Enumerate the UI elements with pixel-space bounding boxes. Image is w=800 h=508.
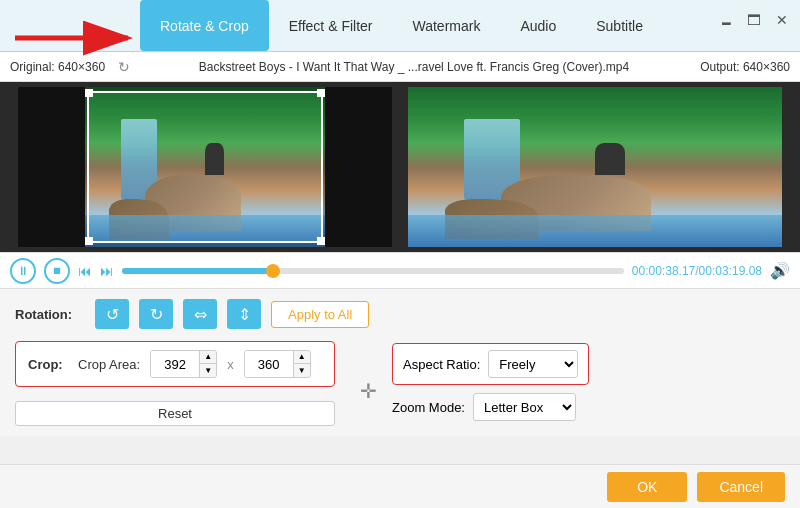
- controls-area: Rotation: ↺ ↻ ⇔ ⇕ Apply to All: [0, 288, 800, 436]
- left-preview-panel: [18, 87, 392, 247]
- dimension-x-symbol: x: [227, 357, 234, 372]
- seek-bar[interactable]: [122, 268, 624, 274]
- ok-button[interactable]: OK: [607, 472, 687, 502]
- original-resolution: Original: 640×360: [10, 60, 110, 74]
- pause-icon: ⏸: [17, 264, 29, 278]
- right-video: [408, 87, 782, 247]
- aspect-ratio-select[interactable]: Freely 16:9 4:3 1:1 9:16: [488, 350, 578, 378]
- tab-watermark[interactable]: Watermark: [393, 0, 501, 51]
- skip-back-button[interactable]: ⏮: [78, 263, 92, 279]
- crop-width-down[interactable]: ▼: [200, 364, 216, 377]
- move-icon[interactable]: ✛: [360, 379, 377, 403]
- filename: Backstreet Boys - I Want It That Way _ .…: [138, 60, 690, 74]
- right-preview-panel: [408, 87, 782, 247]
- preview-area: [0, 82, 800, 252]
- water-pool2: [408, 215, 782, 247]
- flip-horizontal-button[interactable]: ⇔: [183, 299, 217, 329]
- aspect-ratio-label: Aspect Ratio:: [403, 357, 480, 372]
- flip-vertical-button[interactable]: ⇕: [227, 299, 261, 329]
- tab-effect-filter[interactable]: Effect & Filter: [269, 0, 393, 51]
- crop-height-spinners: ▲ ▼: [293, 351, 310, 377]
- person2: [595, 143, 625, 175]
- crop-width-up[interactable]: ▲: [200, 351, 216, 364]
- zoom-mode-select[interactable]: Letter Box Pan & Scan Full: [473, 393, 576, 421]
- window-controls: 🗕 🗖 ✕: [716, 10, 792, 30]
- seek-track: [122, 268, 273, 274]
- left-black-bar: [18, 87, 85, 247]
- close-button[interactable]: ✕: [772, 10, 792, 30]
- tab-rotate-crop[interactable]: Rotate & Crop: [140, 0, 269, 51]
- maximize-button[interactable]: 🗖: [744, 10, 764, 30]
- tab-subtitle[interactable]: Subtitle: [576, 0, 663, 51]
- crop-width-input-group: ▲ ▼: [150, 350, 217, 378]
- cancel-button[interactable]: Cancel: [697, 472, 785, 502]
- volume-icon[interactable]: 🔊: [770, 261, 790, 280]
- left-video: [18, 87, 392, 247]
- stop-button[interactable]: ⏹: [44, 258, 70, 284]
- tab-audio[interactable]: Audio: [500, 0, 576, 51]
- crop-box[interactable]: [87, 91, 323, 243]
- controls-inner: Rotation: ↺ ↻ ⇔ ⇕ Apply to All: [15, 299, 785, 426]
- pause-button[interactable]: ⏸: [10, 258, 36, 284]
- crop-handle-topright[interactable]: [317, 89, 325, 97]
- rotate-left-icon: ↺: [106, 305, 119, 324]
- rotate-right-icon: ↻: [150, 305, 163, 324]
- right-video-scene: [408, 87, 782, 247]
- red-arrow-indicator: [10, 20, 140, 59]
- left-video-scene: [85, 87, 325, 247]
- rotation-label: Rotation:: [15, 307, 85, 322]
- rotate-left-button[interactable]: ↺: [95, 299, 129, 329]
- move-icon-container: ✛: [350, 341, 377, 403]
- crop-height-input[interactable]: [245, 351, 293, 377]
- output-resolution: Output: 640×360: [690, 60, 790, 74]
- left-video-content: [85, 87, 325, 247]
- seek-thumb[interactable]: [266, 264, 280, 278]
- left-controls: Rotation: ↺ ↻ ⇔ ⇕ Apply to All: [15, 299, 785, 426]
- crop-row: Crop: Crop Area: ▲ ▼ x: [15, 341, 335, 387]
- crop-handle-bottomright[interactable]: [317, 237, 325, 245]
- current-time: 00:00:38.17: [632, 264, 695, 278]
- zoom-mode-group: Zoom Mode: Letter Box Pan & Scan Full: [392, 393, 589, 421]
- crop-area-label: Crop Area:: [78, 357, 140, 372]
- crop-height-down[interactable]: ▼: [294, 364, 310, 377]
- stop-icon: ⏹: [52, 265, 62, 276]
- aspect-ratio-box: Aspect Ratio: Freely 16:9 4:3 1:1 9:16: [392, 343, 589, 385]
- time-display: 00:00:38.17/00:03:19.08: [632, 264, 762, 278]
- rotate-right-button[interactable]: ↻: [139, 299, 173, 329]
- bottom-bar: OK Cancel: [0, 464, 800, 508]
- zoom-mode-label: Zoom Mode:: [392, 400, 465, 415]
- minimize-button[interactable]: 🗕: [716, 10, 736, 30]
- crop-width-input[interactable]: [151, 351, 199, 377]
- skip-forward-button[interactable]: ⏭: [100, 263, 114, 279]
- refresh-icon[interactable]: ↻: [118, 59, 130, 75]
- reset-button[interactable]: Reset: [15, 401, 335, 426]
- flip-v-icon: ⇕: [238, 305, 251, 324]
- right-black-bar: [325, 87, 392, 247]
- crop-handle-topleft[interactable]: [85, 89, 93, 97]
- playback-bar: ⏸ ⏹ ⏮ ⏭ 00:00:38.17/00:03:19.08 🔊: [0, 252, 800, 288]
- crop-height-up[interactable]: ▲: [294, 351, 310, 364]
- crop-width-spinners: ▲ ▼: [199, 351, 216, 377]
- crop-height-input-group: ▲ ▼: [244, 350, 311, 378]
- apply-to-all-button[interactable]: Apply to All: [271, 301, 369, 328]
- total-time: 00:03:19.08: [699, 264, 762, 278]
- crop-label: Crop:: [28, 357, 68, 372]
- crop-handle-bottomleft[interactable]: [85, 237, 93, 245]
- flip-h-icon: ⇔: [194, 305, 207, 324]
- rotation-row: Rotation: ↺ ↻ ⇔ ⇕ Apply to All: [15, 299, 785, 329]
